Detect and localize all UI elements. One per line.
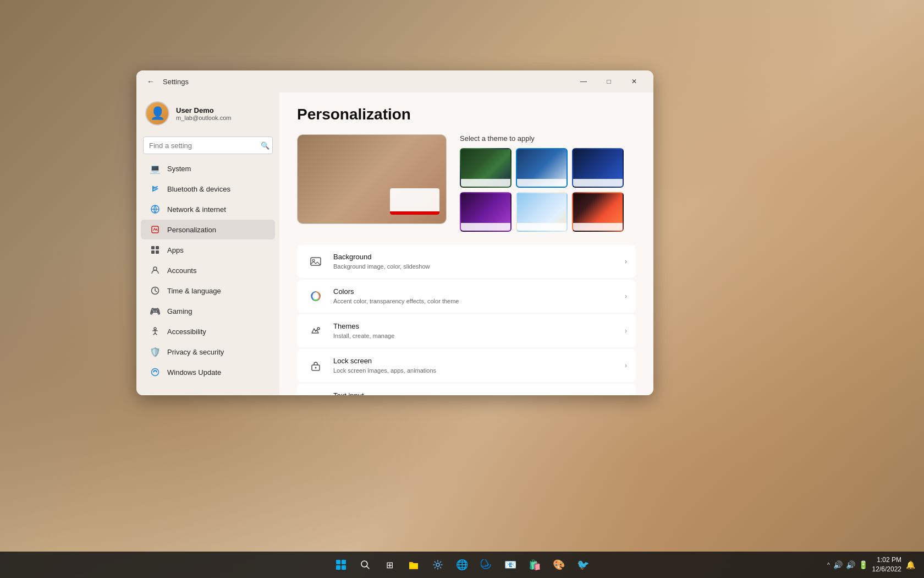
close-button[interactable]: ✕ (622, 73, 647, 90)
volume-tray-icon[interactable]: 🔊 (846, 560, 855, 569)
svg-rect-2 (151, 246, 155, 249)
theme-option-2[interactable] (516, 148, 568, 188)
svg-point-21 (361, 561, 367, 567)
colors-icon (306, 286, 326, 306)
colors-desc: Accent color, transparency effects, colo… (333, 297, 620, 305)
taskbar-center: ⊞ 🌐 📧 🛍️ 🎨 (330, 554, 594, 576)
sidebar-item-time[interactable]: Time & language (141, 281, 275, 301)
search-taskbar-button[interactable] (354, 554, 376, 576)
taskbar: ⊞ 🌐 📧 🛍️ 🎨 (0, 552, 924, 578)
preview-taskbar (390, 188, 439, 215)
paint-button[interactable]: 🎨 (548, 554, 570, 576)
svg-point-13 (317, 328, 320, 330)
sidebar-label-system: System (167, 165, 191, 173)
settings-item-background[interactable]: Background Background image, color, slid… (297, 245, 636, 278)
lock-screen-text: Lock screen Lock screen images, apps, an… (333, 357, 620, 374)
battery-tray-icon[interactable]: 🔋 (859, 560, 868, 569)
sidebar-item-apps[interactable]: Apps (141, 240, 275, 260)
bluetooth-icon (150, 183, 161, 194)
taskbar-tray: ^ 🔊 🔊 🔋 (827, 560, 868, 569)
sidebar-item-network[interactable]: Network & internet (141, 199, 275, 219)
sidebar-nav: 💻 System Bluetooth & devices (136, 159, 279, 382)
main-content: Personalization Select a theme to apply (279, 92, 653, 395)
preview-screen (297, 134, 447, 224)
sidebar-label-apps: Apps (167, 246, 184, 254)
search-input[interactable] (143, 137, 273, 154)
window-controls: — □ ✕ (571, 73, 647, 90)
colors-title: Colors (333, 287, 620, 297)
lock-screen-title: Lock screen (333, 357, 620, 366)
start-button[interactable] (330, 554, 352, 576)
minimize-button[interactable]: — (571, 73, 596, 90)
time-icon (150, 285, 161, 296)
svg-rect-5 (156, 250, 159, 254)
settings-window: ← Settings — □ ✕ 👤 User Demo m_lab@outlo… (136, 70, 653, 395)
sidebar-item-gaming[interactable]: 🎮 Gaming (141, 301, 275, 321)
search-button[interactable]: 🔍 (261, 141, 270, 150)
maximize-button[interactable]: □ (596, 73, 622, 90)
theme-select-area: Select a theme to apply (460, 134, 636, 232)
sidebar-label-personalization: Personalization (167, 226, 216, 234)
sidebar-label-bluetooth: Bluetooth & devices (167, 185, 230, 193)
user-info: User Demo m_lab@outlook.com (176, 106, 231, 121)
mail-button[interactable]: 📧 (499, 554, 521, 576)
network-tray-icon[interactable]: 🔊 (833, 560, 843, 569)
back-button[interactable]: ← (143, 74, 158, 89)
sidebar-item-accounts[interactable]: Accounts (141, 260, 275, 280)
network-icon (150, 204, 161, 215)
twitter-button[interactable]: 🐦 (572, 554, 594, 576)
background-chevron: › (625, 258, 627, 265)
taskview-button[interactable]: ⊞ (378, 554, 400, 576)
lock-screen-desc: Lock screen images, apps, animations (333, 367, 620, 374)
sidebar: 👤 User Demo m_lab@outlook.com 🔍 💻 Syste (136, 92, 279, 395)
browser-button[interactable]: 🌐 (451, 554, 473, 576)
theme-option-3[interactable] (572, 148, 624, 188)
settings-item-colors[interactable]: Colors Accent color, transparency effect… (297, 280, 636, 313)
sidebar-item-update[interactable]: Windows Update (141, 362, 275, 382)
theme-select-label: Select a theme to apply (460, 134, 636, 143)
theme-grid (460, 148, 636, 232)
sidebar-item-personalization[interactable]: Personalization (141, 220, 275, 239)
date-display: 12/6/2022 (872, 565, 901, 574)
user-name: User Demo (176, 106, 231, 114)
settings-item-lock-screen[interactable]: Lock screen Lock screen images, apps, an… (297, 349, 636, 382)
svg-rect-20 (342, 565, 346, 570)
sidebar-item-system[interactable]: 💻 System (141, 159, 275, 178)
edge-button[interactable] (475, 554, 497, 576)
sidebar-item-accessibility[interactable]: Accessibility (141, 321, 275, 341)
window-body: 👤 User Demo m_lab@outlook.com 🔍 💻 Syste (136, 92, 653, 395)
background-title: Background (333, 253, 620, 262)
svg-point-15 (315, 367, 317, 369)
file-explorer-button[interactable] (403, 554, 425, 576)
user-profile[interactable]: 👤 User Demo m_lab@outlook.com (136, 97, 279, 134)
sidebar-label-accessibility: Accessibility (167, 328, 206, 336)
tray-arrow[interactable]: ^ (827, 562, 830, 568)
user-email: m_lab@outlook.com (176, 114, 231, 121)
sidebar-item-bluetooth[interactable]: Bluetooth & devices (141, 179, 275, 199)
settings-taskbar-button[interactable] (427, 554, 449, 576)
background-text: Background Background image, color, slid… (333, 253, 620, 270)
svg-rect-4 (151, 250, 155, 254)
gaming-icon: 🎮 (150, 306, 161, 317)
theme-option-6[interactable] (572, 192, 624, 232)
notification-button[interactable]: 🔔 (906, 560, 915, 569)
text-input-title: Text input (333, 391, 620, 395)
sidebar-item-privacy[interactable]: 🛡️ Privacy & security (141, 342, 275, 362)
theme-option-5[interactable] (516, 192, 568, 232)
svg-rect-17 (336, 560, 340, 564)
system-icon: 💻 (150, 163, 161, 174)
colors-text: Colors Accent color, transparency effect… (333, 287, 620, 305)
settings-item-text-input[interactable]: Text input Touch keyboard, voice typing,… (297, 384, 636, 395)
theme-option-4[interactable] (460, 192, 512, 232)
themes-desc: Install, create, manage (333, 332, 620, 340)
lock-screen-chevron: › (625, 362, 627, 369)
theme-option-1[interactable] (460, 148, 512, 188)
taskbar-time[interactable]: 1:02 PM 12/6/2022 (872, 555, 901, 574)
apps-icon (150, 244, 161, 255)
background-desc: Background image, color, slideshow (333, 263, 620, 270)
settings-item-themes[interactable]: Themes Install, create, manage › (297, 314, 636, 347)
title-bar: ← Settings — □ ✕ (136, 70, 653, 92)
store-button[interactable]: 🛍️ (524, 554, 546, 576)
preview-inner (298, 135, 446, 223)
svg-point-22 (436, 563, 439, 566)
